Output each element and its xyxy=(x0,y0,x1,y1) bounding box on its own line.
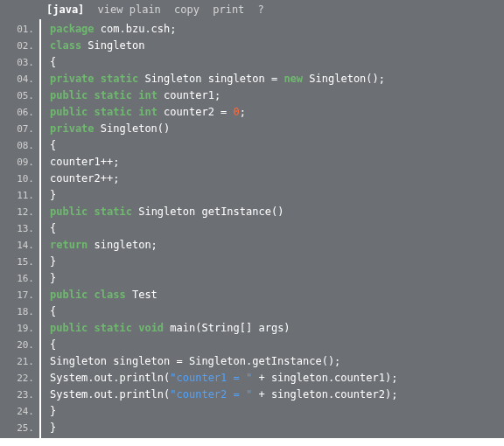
line-number: 15. xyxy=(3,254,39,270)
code-text: } xyxy=(50,422,56,434)
code-text xyxy=(88,89,94,101)
line-number: 16. xyxy=(3,270,39,287)
code-line: package com.bzu.csh; xyxy=(50,21,504,38)
code-text: singleton xyxy=(208,73,265,85)
print-link[interactable]: print xyxy=(213,3,244,16)
copy-link[interactable]: copy xyxy=(174,3,200,16)
line-number: 06. xyxy=(3,104,39,121)
code-line: private static Singleton singleton = new… xyxy=(50,71,504,87)
line-number: 24. xyxy=(3,403,39,420)
code-line: { xyxy=(50,303,504,320)
code-text: Singleton xyxy=(81,39,144,52)
code-line: public static int counter2 = 0; xyxy=(50,104,504,121)
code-text: Test xyxy=(126,289,158,301)
line-number: 05. xyxy=(3,87,39,104)
keyword: void xyxy=(138,322,164,334)
code-text: } xyxy=(50,272,56,284)
code-line: { xyxy=(50,220,504,237)
line-number: 23. xyxy=(3,387,39,403)
line-number: 07. xyxy=(3,121,39,137)
keyword: int xyxy=(138,89,158,101)
line-number: 19. xyxy=(3,320,39,337)
keyword: public xyxy=(50,106,88,118)
code-text: counter1; xyxy=(158,89,220,101)
line-number: 20. xyxy=(3,337,39,353)
keyword: static xyxy=(94,206,132,218)
code-text: counter1++; xyxy=(50,156,119,168)
code-text: ; xyxy=(240,106,246,118)
code-line: } xyxy=(50,254,504,270)
keyword: static xyxy=(101,73,138,85)
code-text: } xyxy=(50,189,56,201)
line-number: 01. xyxy=(3,21,39,38)
keyword: int xyxy=(138,106,158,118)
code-text: Singleton() xyxy=(94,122,171,135)
line-number: 17. xyxy=(3,287,39,303)
view-plain-link[interactable]: view plain xyxy=(98,3,161,16)
code-line: } xyxy=(50,403,504,420)
code-text: Singleton singleton = Singleton.getInsta… xyxy=(50,355,340,367)
keyword: public xyxy=(50,206,88,218)
code-text: counter2++; xyxy=(50,172,119,185)
line-gutter: 01. 02. 03. 04. 05. 06. 07. 08. 09. 10. … xyxy=(3,19,41,438)
keyword: public xyxy=(50,289,88,301)
code-line: private Singleton() xyxy=(50,121,504,137)
code-text: com.bzu.csh; xyxy=(94,23,177,35)
keyword-new: new xyxy=(284,73,303,85)
code-text: singleton; xyxy=(88,239,157,251)
language-tag: [java] xyxy=(46,3,84,16)
code-line: return singleton; xyxy=(50,237,504,254)
code-line: class Singleton xyxy=(50,38,504,54)
code-text: counter2 = xyxy=(158,106,234,118)
line-number: 14. xyxy=(3,237,39,254)
code-block: [java] view plain copy print ? 01. 02. 0… xyxy=(0,0,504,438)
code-text: System.out.println( xyxy=(50,372,170,384)
code-text: } xyxy=(50,405,56,417)
code-line: { xyxy=(50,137,504,154)
code-text xyxy=(88,322,94,334)
code-text: Singleton xyxy=(138,206,195,218)
line-number: 21. xyxy=(3,353,39,370)
code-text: + singleton.counter2); xyxy=(252,388,397,401)
keyword: public xyxy=(50,89,88,101)
code-toolbar: [java] view plain copy print ? xyxy=(3,0,504,19)
code-text: } xyxy=(50,255,56,268)
code-line: public static Singleton getInstance() xyxy=(50,204,504,220)
code-line: counter1++; xyxy=(50,154,504,171)
code-line: { xyxy=(50,337,504,353)
keyword: class xyxy=(50,39,81,52)
code-text: System.out.println( xyxy=(50,388,170,401)
code-text xyxy=(88,289,94,301)
code-line: } xyxy=(50,270,504,287)
code-line: System.out.println("counter2 = " + singl… xyxy=(50,387,504,403)
code-text: main(String[] args) xyxy=(164,322,290,334)
string-literal: "counter1 = " xyxy=(170,372,252,384)
code-text: getInstance() xyxy=(201,206,284,218)
code-text xyxy=(88,106,94,118)
line-number: 02. xyxy=(3,38,39,54)
code-line: public class Test xyxy=(50,287,504,303)
code-text xyxy=(94,73,101,85)
help-link[interactable]: ? xyxy=(258,3,264,16)
keyword: static xyxy=(94,106,132,118)
code-line: public static void main(String[] args) xyxy=(50,320,504,337)
code-line: System.out.println("counter1 = " + singl… xyxy=(50,370,504,387)
line-number: 25. xyxy=(3,420,39,436)
line-number: 08. xyxy=(3,137,39,154)
code-text: + singleton.counter1); xyxy=(252,372,397,384)
keyword: static xyxy=(94,322,132,334)
code-lines: package com.bzu.csh; class Singleton { p… xyxy=(41,19,504,438)
code-line: Singleton singleton = Singleton.getInsta… xyxy=(50,353,504,370)
line-number: 10. xyxy=(3,171,39,187)
line-number: 22. xyxy=(3,370,39,387)
code-line: } xyxy=(50,187,504,204)
code-text: Singleton(); xyxy=(303,73,385,85)
code-text: { xyxy=(50,338,56,351)
keyword: class xyxy=(94,289,126,301)
code-line: { xyxy=(50,54,504,71)
line-number: 13. xyxy=(3,220,39,237)
line-number: 09. xyxy=(3,154,39,171)
keyword: static xyxy=(94,89,132,101)
code-text xyxy=(201,73,207,85)
keyword: private xyxy=(50,122,94,135)
